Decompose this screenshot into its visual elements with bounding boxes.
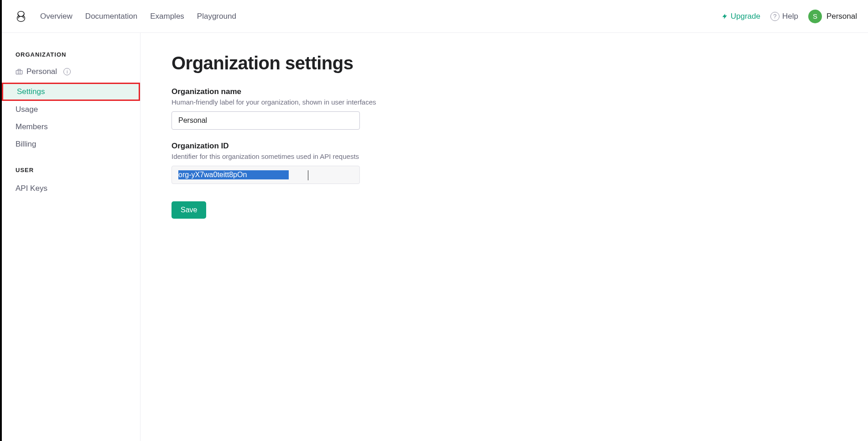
org-id-input[interactable]: org-yX7wa0teitt8pOn — [172, 166, 360, 184]
svg-rect-0 — [16, 70, 22, 74]
layout: ORGANIZATION Personal i Settings Usage M… — [2, 33, 868, 441]
sidebar-section-user: USER — [2, 167, 140, 180]
org-name: Personal — [26, 67, 57, 76]
org-name-input[interactable] — [172, 111, 360, 130]
avatar: S — [808, 10, 822, 23]
sidebar-item-settings[interactable]: Settings — [3, 84, 139, 100]
sidebar-section-organization: ORGANIZATION — [2, 51, 140, 64]
nav-examples[interactable]: Examples — [150, 12, 184, 21]
openai-logo-icon[interactable] — [15, 10, 27, 23]
briefcase-icon — [16, 68, 23, 75]
org-id-value: org-yX7wa0teitt8pOn — [178, 170, 247, 179]
page-title: Organization settings — [172, 53, 868, 74]
nav-playground[interactable]: Playground — [197, 12, 236, 21]
upgrade-button[interactable]: Upgrade — [722, 12, 760, 21]
help-label: Help — [782, 12, 798, 21]
org-id-hint: Identifier for this organization sometim… — [172, 152, 868, 160]
save-button[interactable]: Save — [172, 201, 206, 219]
org-name-label: Organization name — [172, 87, 868, 96]
nav-documentation[interactable]: Documentation — [85, 12, 137, 21]
sidebar: ORGANIZATION Personal i Settings Usage M… — [2, 33, 140, 441]
org-name-hint: Human-friendly label for your organizati… — [172, 98, 868, 106]
sidebar-item-usage[interactable]: Usage — [2, 101, 140, 118]
org-id-field: Organization ID Identifier for this orga… — [172, 142, 868, 184]
sidebar-item-billing[interactable]: Billing — [2, 136, 140, 153]
top-nav: Overview Documentation Examples Playgrou… — [2, 0, 868, 33]
info-icon[interactable]: i — [63, 68, 71, 75]
org-id-redacted — [247, 170, 289, 179]
help-icon: ? — [770, 12, 780, 21]
org-name-field: Organization name Human-friendly label f… — [172, 87, 868, 130]
org-selector[interactable]: Personal i — [2, 64, 140, 83]
nav-right: Upgrade ? Help S Personal — [722, 10, 857, 23]
sidebar-item-members[interactable]: Members — [2, 118, 140, 136]
text-cursor — [308, 170, 308, 180]
bolt-icon — [722, 12, 728, 21]
org-id-label: Organization ID — [172, 142, 868, 151]
profile-menu[interactable]: S Personal — [808, 10, 857, 23]
help-button[interactable]: ? Help — [770, 12, 798, 21]
profile-label: Personal — [826, 12, 857, 21]
upgrade-label: Upgrade — [731, 12, 760, 21]
settings-highlight-box: Settings — [2, 83, 140, 101]
sidebar-item-api-keys[interactable]: API Keys — [2, 180, 140, 197]
nav-left: Overview Documentation Examples Playgrou… — [40, 12, 236, 21]
nav-overview[interactable]: Overview — [40, 12, 73, 21]
main: Organization settings Organization name … — [140, 33, 868, 441]
